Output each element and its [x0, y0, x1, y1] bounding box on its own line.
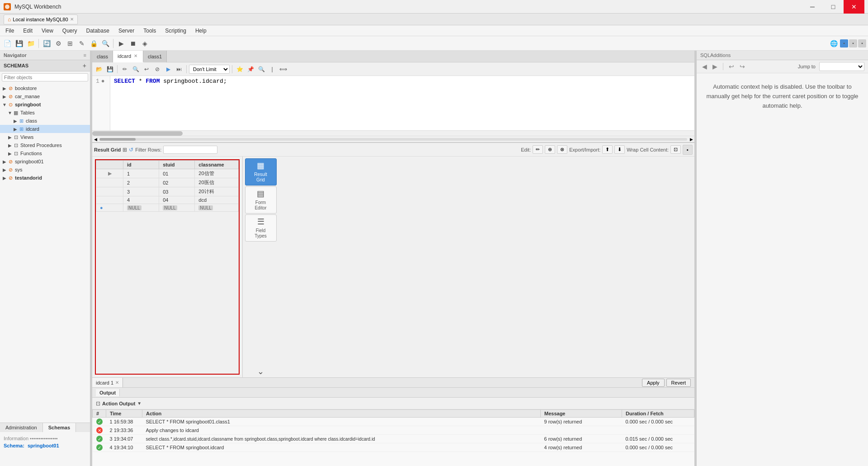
import-btn[interactable]: ⬇: [614, 145, 625, 154]
instance-tab-close[interactable]: ✕: [70, 17, 74, 22]
limit-select[interactable]: Don't Limit 1000 500: [189, 65, 230, 74]
settings-btn[interactable]: ⚙: [53, 38, 64, 49]
cell-id[interactable]: 2: [123, 178, 159, 187]
cell-null-classname[interactable]: NULL: [195, 204, 239, 212]
schemas-add-icon[interactable]: +: [83, 62, 86, 69]
jump-to-select[interactable]: [819, 62, 864, 71]
save-file-btn[interactable]: 💾: [105, 64, 115, 74]
globe-btn[interactable]: 🌐: [828, 38, 839, 49]
lock-btn[interactable]: 🔒: [88, 38, 99, 49]
h-scroll-track[interactable]: [99, 138, 687, 141]
administration-tab[interactable]: Administration: [0, 423, 43, 432]
expand-result-btn[interactable]: ⌄: [247, 366, 274, 377]
scroll-left-btn[interactable]: ◀: [92, 136, 99, 143]
edit-delete-btn[interactable]: ⊗: [557, 145, 567, 154]
execute-btn[interactable]: ▶: [163, 64, 173, 74]
magnify-btn[interactable]: 🔍: [256, 64, 266, 74]
cell-stuid[interactable]: 01: [159, 169, 195, 178]
cell-classname[interactable]: 20医信: [195, 178, 239, 187]
cell-classname[interactable]: 20信管: [195, 169, 239, 178]
misc-btn[interactable]: ◈: [139, 38, 150, 49]
cell-id[interactable]: 3: [123, 187, 159, 196]
tab-class1[interactable]: class1: [143, 51, 167, 62]
toggle-btn[interactable]: ▪: [683, 145, 693, 155]
output-tab[interactable]: Output: [96, 389, 120, 396]
pin-btn[interactable]: 📌: [245, 64, 255, 74]
instance-tab[interactable]: ⌂ Local instance MySQL80 ✕: [4, 14, 78, 24]
code-area[interactable]: SELECT * FROM springboot.idcard;: [110, 76, 694, 130]
query-tab-close[interactable]: ✕: [115, 380, 119, 385]
tab-idcard[interactable]: idcard ✕: [113, 51, 143, 62]
nav-stop-btn[interactable]: ↪: [738, 62, 747, 71]
col-header-id[interactable]: id: [123, 161, 159, 169]
tree-item-carmanae[interactable]: ▶ ⊘ car_manae: [0, 92, 90, 100]
table-btn[interactable]: ⊞: [65, 38, 75, 49]
cell-id[interactable]: 4: [123, 196, 159, 204]
table-row[interactable]: ▶ 1 01 20信管: [96, 169, 239, 178]
refresh-icon[interactable]: ↺: [129, 147, 133, 153]
search-input[interactable]: [2, 73, 88, 81]
menu-server[interactable]: Server: [115, 27, 138, 35]
menu-file[interactable]: File: [2, 27, 18, 35]
output-scroll[interactable]: # Time Action Message Duration / Fetch ✓: [92, 409, 694, 466]
tree-item-functions[interactable]: ▶ ⊡ Functions: [0, 149, 90, 157]
tab-class[interactable]: class: [92, 51, 113, 62]
inspect-btn[interactable]: 🔍: [131, 64, 141, 74]
nav-forward-btn[interactable]: ▶: [711, 62, 719, 71]
view-3-btn[interactable]: ▪: [858, 39, 866, 48]
table-row[interactable]: 3 03 20计科: [96, 187, 239, 196]
wrap-btn[interactable]: ⟺: [278, 64, 288, 74]
filter-input[interactable]: [163, 146, 217, 154]
cell-classname[interactable]: dcd: [195, 196, 239, 204]
nav-back-btn[interactable]: ◀: [700, 62, 709, 71]
table-row[interactable]: 4 04 dcd: [96, 196, 239, 204]
menu-database[interactable]: Database: [83, 27, 113, 35]
tree-item-idcard[interactable]: ▶ ⊞ idcard: [0, 125, 90, 133]
cell-classname[interactable]: 20计科: [195, 187, 239, 196]
table-row-null[interactable]: ● NULL NULL NULL: [96, 204, 239, 212]
scroll-right-btn[interactable]: ▶: [688, 136, 694, 143]
col-header-stuid[interactable]: stuid: [159, 161, 195, 169]
edit-pencil-btn[interactable]: ✏: [533, 145, 543, 154]
close-button[interactable]: ✕: [844, 0, 864, 14]
menu-tools[interactable]: Tools: [140, 27, 160, 35]
cell-null-stuid[interactable]: NULL: [159, 204, 195, 212]
tree-item-sys[interactable]: ▶ ⊘ sys: [0, 166, 90, 174]
schemas-tab[interactable]: Schemas: [43, 423, 76, 432]
nav-refresh-btn[interactable]: ↩: [727, 62, 736, 71]
execute-current-btn[interactable]: ⏭: [174, 64, 184, 74]
cell-id[interactable]: 1: [123, 169, 159, 178]
query-tab-idcard1[interactable]: idcard 1 ✕: [92, 378, 123, 388]
play-btn[interactable]: ▶: [116, 38, 127, 49]
menu-view[interactable]: View: [38, 27, 57, 35]
h-scroll-thumb[interactable]: [99, 138, 136, 141]
tree-item-views[interactable]: ▶ ⊡ Views: [0, 133, 90, 141]
tree-item-tables[interactable]: ▼ ▦ Tables: [0, 109, 90, 117]
view-2-btn[interactable]: ▪: [849, 39, 857, 48]
h-scrollbar[interactable]: [92, 130, 694, 136]
tree-item-testandorid[interactable]: ▶ ⊘ testandorid: [0, 174, 90, 182]
menu-help[interactable]: Help: [192, 27, 210, 35]
scrollbar-thumb[interactable]: [92, 131, 183, 136]
col-header-classname[interactable]: classname: [195, 161, 239, 169]
menu-query[interactable]: Query: [59, 27, 81, 35]
tree-item-bookstore[interactable]: ▶ ⊘ bookstore: [0, 84, 90, 92]
new-file-btn[interactable]: 📄: [2, 38, 13, 49]
cell-null-id[interactable]: NULL: [123, 204, 159, 212]
apply-button[interactable]: Apply: [642, 379, 665, 387]
menu-edit[interactable]: Edit: [19, 27, 36, 35]
save-btn[interactable]: 💾: [14, 38, 24, 49]
table-row[interactable]: 2 02 20医信: [96, 178, 239, 187]
folder-btn[interactable]: 📁: [25, 38, 36, 49]
star-btn[interactable]: ⭐: [235, 64, 245, 74]
export-btn[interactable]: ⬆: [602, 145, 613, 154]
result-grid-btn[interactable]: ▦ ResultGrid: [245, 158, 277, 185]
cell-stuid[interactable]: 04: [159, 196, 195, 204]
tree-item-springboot01[interactable]: ▶ ⊘ springboot01: [0, 157, 90, 166]
revert-button[interactable]: Revert: [666, 379, 691, 387]
cell-stuid[interactable]: 02: [159, 178, 195, 187]
edit-copy-btn[interactable]: ⊕: [545, 145, 555, 154]
stop-all-btn[interactable]: ⊘: [152, 64, 162, 74]
cell-stuid[interactable]: 03: [159, 187, 195, 196]
tree-item-stored-procedures[interactable]: ▶ ⊡ Stored Procedures: [0, 141, 90, 149]
